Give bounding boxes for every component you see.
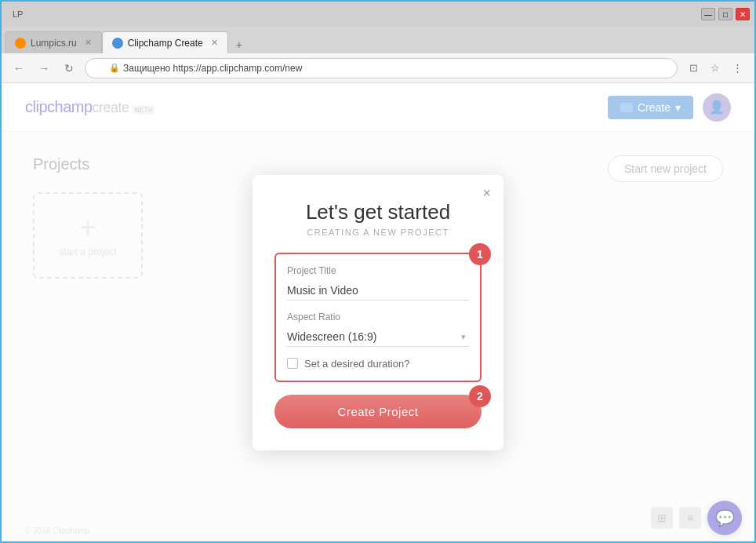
duration-checkbox[interactable] (287, 358, 298, 369)
modal-subtitle: CREATING A NEW PROJECT (274, 228, 482, 237)
project-title-label: Project Title (287, 265, 469, 276)
aspect-ratio-label: Aspect Ratio (287, 312, 469, 323)
tab-clipchamp-label: Clipchamp Create (128, 38, 203, 49)
lock-icon: 🔒 (109, 63, 120, 73)
modal-title: Let's get started (274, 200, 482, 224)
aspect-ratio-select[interactable]: Widescreen (16:9) Square (1:1) Vertical … (287, 327, 469, 347)
badge-2: 2 (469, 385, 491, 407)
clipchamp-favicon (112, 38, 123, 49)
tab-lumpics-label: Lumpics.ru (31, 38, 77, 49)
modal-overlay: × Let's get started CREATING A NEW PROJE… (2, 83, 754, 541)
lock-text: Защищено (123, 63, 170, 74)
address-text: https://app.clipchamp.com/new (173, 63, 303, 74)
tab-clipchamp[interactable]: Clipchamp Create ✕ (102, 31, 228, 53)
tab-lumpics[interactable]: Lumpics.ru ✕ (5, 31, 102, 53)
lumpics-favicon (15, 38, 26, 49)
address-actions: ⊡ ☆ ⋮ (684, 59, 747, 78)
minimize-button[interactable]: — (701, 8, 715, 20)
page-content: clipchamp create BETA Create ▾ 👤 Project… (2, 83, 754, 541)
modal-close-button[interactable]: × (482, 186, 491, 200)
modal: × Let's get started CREATING A NEW PROJE… (253, 175, 503, 450)
back-button[interactable]: ← (9, 59, 28, 78)
bookmark-icon[interactable]: ☆ (706, 59, 725, 78)
user-initials: LP (13, 9, 23, 19)
duration-label: Set a desired duration? (304, 358, 409, 370)
project-title-input[interactable] (287, 281, 469, 301)
browser-window: LP — □ ✕ Lumpics.ru ✕ Clipchamp Create ✕… (0, 0, 756, 543)
address-input[interactable]: 🔒 Защищено https://app.clipchamp.com/new (85, 58, 678, 78)
tab-lumpics-close[interactable]: ✕ (85, 38, 92, 48)
title-bar: LP — □ ✕ (2, 2, 754, 27)
duration-row: Set a desired duration? (287, 358, 469, 370)
forward-button[interactable]: → (35, 59, 53, 78)
address-bar: ← → ↻ 🔒 Защищено https://app.clipchamp.c… (2, 53, 754, 83)
cast-icon[interactable]: ⊡ (684, 59, 703, 78)
tab-clipchamp-close[interactable]: ✕ (211, 38, 218, 48)
create-project-button[interactable]: Create Project (274, 395, 482, 428)
new-tab-button[interactable]: + (228, 36, 250, 53)
aspect-ratio-wrapper: Widescreen (16:9) Square (1:1) Vertical … (287, 327, 469, 347)
close-button[interactable]: ✕ (736, 8, 750, 20)
badge-1: 1 (469, 243, 491, 265)
create-project-section: 2 Create Project (274, 395, 482, 428)
menu-icon[interactable]: ⋮ (728, 59, 747, 78)
refresh-button[interactable]: ↻ (60, 59, 78, 78)
maximize-button[interactable]: □ (718, 8, 732, 20)
tabs-bar: Lumpics.ru ✕ Clipchamp Create ✕ + (2, 27, 754, 53)
form-section: 1 Project Title Aspect Ratio Widescreen … (274, 253, 482, 382)
